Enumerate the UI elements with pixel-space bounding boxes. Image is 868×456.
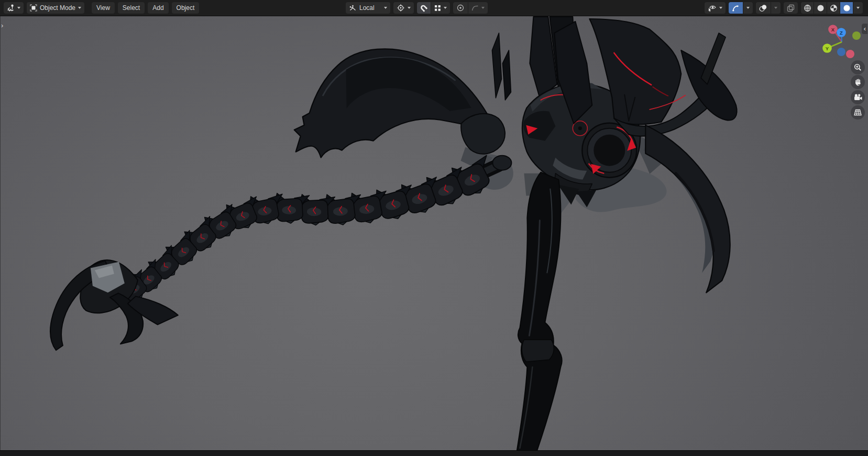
chevron-down-icon xyxy=(444,7,447,9)
axis-label-x: X xyxy=(831,27,835,32)
chevron-down-icon xyxy=(17,7,20,9)
show-object-types-dropdown[interactable] xyxy=(705,2,726,14)
nav-pan-button[interactable] xyxy=(851,75,865,89)
nav-camera-view-button[interactable] xyxy=(851,90,865,104)
menu-object[interactable]: Object xyxy=(172,2,200,14)
chevron-down-icon xyxy=(746,7,750,9)
chevron-down-icon xyxy=(719,7,722,9)
proportional-editing-icon xyxy=(456,4,465,12)
proportional-group xyxy=(453,2,488,14)
overlays-dropdown[interactable] xyxy=(771,2,781,14)
menu-view[interactable]: View xyxy=(92,2,115,14)
gizmos-dropdown[interactable] xyxy=(743,2,753,14)
mode-select-dropdown[interactable]: Object Mode xyxy=(27,2,84,14)
axis-ball-neg-y[interactable] xyxy=(852,31,861,40)
model-front-leg xyxy=(517,172,562,451)
shading-dropdown[interactable] xyxy=(853,2,863,14)
menu-select[interactable]: Select xyxy=(118,2,145,14)
blender-window: Object Mode View Select Add Object Local xyxy=(0,0,868,456)
editor-type-button[interactable] xyxy=(4,2,24,14)
pivot-point-icon xyxy=(397,4,405,12)
overlays-icon xyxy=(759,4,767,12)
shading-solid-icon xyxy=(817,4,825,12)
nav-zoom-button[interactable] xyxy=(851,60,865,74)
snap-target-dropdown[interactable] xyxy=(431,2,450,14)
orientation-axes-icon xyxy=(349,4,357,12)
shading-wireframe-button[interactable] xyxy=(801,2,814,14)
shading-material-preview-icon xyxy=(830,4,838,12)
chevron-down-icon xyxy=(78,7,81,9)
viewport-header: Object Mode View Select Add Object Local xyxy=(0,0,868,16)
shading-solid-button[interactable] xyxy=(814,2,827,14)
model-scythe-limb xyxy=(643,125,730,293)
snap-toggle-button[interactable] xyxy=(417,2,431,14)
snap-group xyxy=(417,2,450,14)
pan-hand-icon xyxy=(854,78,862,86)
snap-magnet-icon xyxy=(420,4,427,12)
axis-navigation-gizmo[interactable]: X Z Y xyxy=(820,20,862,60)
chevron-down-icon xyxy=(856,7,860,9)
axis-ball-neg-x[interactable] xyxy=(846,50,854,58)
mode-select-label: Object Mode xyxy=(40,4,75,12)
shading-rendered-icon xyxy=(843,4,851,12)
overlays-group xyxy=(756,2,781,14)
3d-viewport: › ‹ X Z Y xyxy=(0,16,868,451)
sidebar-collapse-tab[interactable]: ‹ xyxy=(862,24,867,34)
shading-material-button[interactable] xyxy=(827,2,840,14)
orthographic-grid-icon xyxy=(853,108,862,116)
editor-3d-viewport-icon xyxy=(7,4,15,12)
axis-label-z: Z xyxy=(840,30,843,36)
shading-group xyxy=(801,2,863,14)
camera-view-icon xyxy=(853,93,863,101)
toolbar-expand-tab[interactable]: › xyxy=(1,22,3,29)
gizmos-group xyxy=(729,2,753,14)
chevron-down-icon xyxy=(408,7,411,9)
show-overlays-toggle[interactable] xyxy=(756,2,771,14)
falloff-curve-icon xyxy=(471,5,479,12)
axis-label-y: Y xyxy=(826,46,829,51)
chevron-down-icon xyxy=(774,7,777,9)
bottom-window-strip xyxy=(0,450,868,456)
snap-increment-icon xyxy=(434,5,441,12)
transform-orientation-label: Local xyxy=(359,4,375,12)
model-tail-segments xyxy=(116,154,499,306)
proportional-falloff-dropdown[interactable] xyxy=(468,2,488,14)
show-object-types-icon xyxy=(708,4,717,12)
viewport-canvas[interactable] xyxy=(1,16,868,451)
toggle-xray-button[interactable] xyxy=(784,2,798,14)
zoom-icon xyxy=(853,63,862,72)
object-mode-icon xyxy=(30,4,37,12)
pivot-point-dropdown[interactable] xyxy=(393,2,414,14)
toggle-xray-icon xyxy=(787,4,795,12)
chevron-down-icon xyxy=(384,7,387,9)
shading-rendered-button[interactable] xyxy=(840,2,853,14)
show-gizmos-toggle[interactable] xyxy=(729,2,743,14)
nav-orthographic-button[interactable] xyxy=(851,105,865,120)
transform-orientation-dropdown[interactable]: Local xyxy=(346,2,390,14)
model-mechanical-creature xyxy=(50,17,737,451)
shading-wireframe-icon xyxy=(804,4,811,12)
menu-add[interactable]: Add xyxy=(148,2,168,14)
axis-ball-neg-z[interactable] xyxy=(837,48,845,56)
proportional-editing-toggle[interactable] xyxy=(453,2,468,14)
chevron-down-icon xyxy=(481,7,485,9)
viewport-gizmos-icon xyxy=(732,4,740,12)
